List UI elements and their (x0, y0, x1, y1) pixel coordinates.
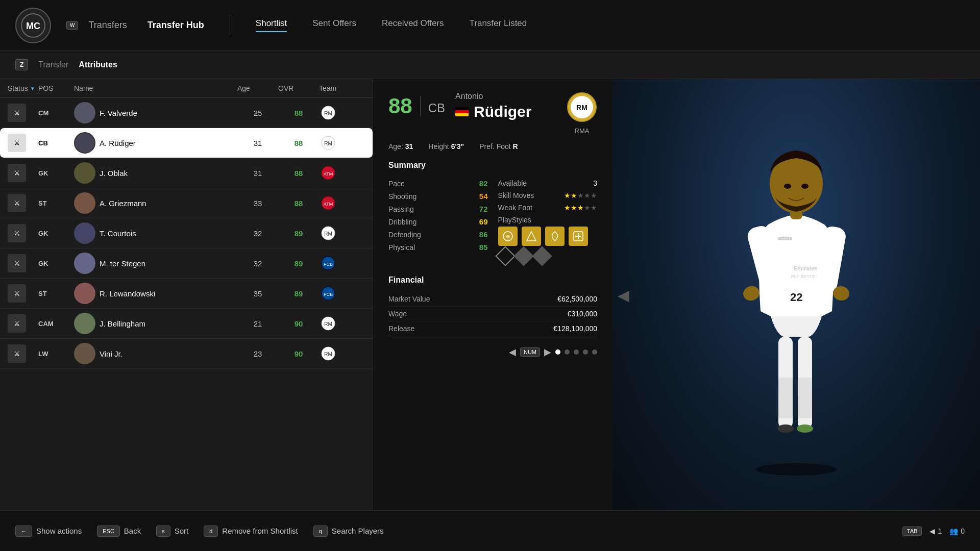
attributes-link[interactable]: Attributes (79, 60, 117, 69)
player-ovr: 88 (278, 109, 319, 117)
skill-moves-label: Skill Moves (498, 191, 534, 199)
player-name-cell: J. Oblak (74, 162, 237, 184)
search-players-action[interactable]: q Search Players (313, 525, 384, 537)
table-row[interactable]: ⚔ ST R. Lewandowski 35 89 FCB (0, 279, 373, 309)
table-row[interactable]: ⚔ GK T. Courtois 32 89 RM (0, 218, 373, 248)
detail-height: Height 6'3" (428, 142, 464, 151)
sort-label: Sort (175, 527, 189, 535)
svg-point-41 (742, 284, 761, 302)
financial-section: Financial Market Value €62,500,000 Wage … (388, 276, 597, 336)
nav-dot-2[interactable] (565, 349, 570, 355)
player-name: F. Valverde (100, 109, 137, 117)
playstyle-icon-4 (569, 227, 588, 246)
wage-row: Wage €310,000 (388, 307, 597, 321)
svg-text:ATM: ATM (324, 202, 333, 207)
player-avatar (74, 253, 95, 274)
w-button: W (66, 21, 78, 30)
remove-action[interactable]: d Remove from Shortlist (204, 525, 298, 537)
nav-transfers[interactable]: Transfers (88, 20, 127, 31)
player-pos: ST (38, 199, 74, 207)
back-action[interactable]: ESC Back (97, 525, 141, 537)
page-back-icon[interactable]: ◀ (929, 527, 935, 535)
detail-meta: Age: 31 Height 6'3" Pref. Foot R (388, 142, 597, 151)
table-row[interactable]: ⚔ GK J. Oblak 31 88 ATM (0, 158, 373, 188)
search-players-label: Search Players (332, 527, 384, 535)
release-val: €128,100,000 (553, 324, 597, 333)
tab-sent-offers[interactable]: Sent Offers (312, 18, 356, 32)
ovr-column-header: OVR (278, 84, 319, 92)
player-view-prev[interactable]: ◀ (618, 286, 629, 304)
stat-physical-label: Physical (388, 243, 415, 252)
team-badge: RM (319, 344, 337, 363)
market-value-row: Market Value €62,500,000 (388, 292, 597, 307)
player-pos: CAM (38, 320, 74, 328)
player-name: A. Rüdiger (100, 139, 136, 147)
available-label: Available (498, 179, 527, 187)
skill-moves-stars: ★★★★★ (564, 191, 597, 199)
player-name: T. Courtois (100, 229, 136, 238)
player-ovr: 88 (278, 199, 319, 208)
player-pos: LW (38, 350, 74, 358)
stat-pace-label: Pace (388, 180, 405, 188)
nav-transfer-hub[interactable]: Transfer Hub (148, 20, 204, 31)
player-pos: CB (38, 139, 74, 147)
subheader: Z Transfer Attributes (0, 51, 980, 79)
stat-passing-val: 72 (479, 205, 488, 213)
status-icon: ⚔ (8, 194, 26, 212)
nav-dot-5[interactable] (592, 349, 597, 355)
nav-prev-arrow[interactable]: ◀ (509, 346, 516, 358)
status-icon: ⚔ (8, 314, 26, 333)
player-3d-view: Emirates FLY BETTER 22 (612, 79, 980, 510)
stat-pace-row: Pace 82 Shooting 54 Passing 72 Dribbling… (388, 177, 488, 265)
remove-label: Remove from Shortlist (222, 527, 298, 535)
playstyle-icon-2 (522, 227, 541, 246)
team-badge: ATM (319, 164, 337, 182)
tab-shortlist[interactable]: Shortlist (256, 18, 287, 32)
release-label: Release (388, 324, 414, 333)
playstyles-icons: ⊕ (498, 227, 588, 246)
transfer-link[interactable]: Transfer (38, 60, 68, 69)
tab-transfer-listed[interactable]: Transfer Listed (470, 18, 527, 32)
player-name-cell: R. Lewandowski (74, 283, 237, 304)
nav-dot-3[interactable] (574, 349, 579, 355)
num-key: NUM (520, 347, 540, 357)
table-row[interactable]: ⚔ CM F. Valverde 25 88 RM (0, 98, 373, 128)
table-row[interactable]: ⚔ CB A. Rüdiger 31 88 RM (0, 128, 373, 158)
sort-action[interactable]: s Sort (156, 525, 188, 537)
show-actions-action[interactable]: ← Show actions (15, 525, 82, 537)
playstyles-label: PlayStyles (498, 216, 531, 224)
table-row[interactable]: ⚔ GK M. ter Stegen 32 89 FCB (0, 248, 373, 279)
name-column-header: Name (74, 84, 237, 92)
svg-text:RM: RM (324, 111, 332, 116)
svg-text:RM: RM (324, 231, 332, 237)
svg-point-29 (755, 463, 837, 475)
player-name: R. Lewandowski (100, 289, 155, 298)
d-key: d (204, 525, 218, 537)
detail-header: 88 CB Antonio Rüdiger RM RMA (388, 92, 597, 135)
nav-dot-4[interactable] (583, 349, 588, 355)
playstyle-icon-3 (545, 227, 565, 246)
nav-dot-1[interactable] (555, 349, 560, 355)
player-ovr: 89 (278, 229, 319, 238)
nav-links: Transfers Transfer Hub Shortlist Sent Of… (88, 15, 965, 36)
detail-age: Age: 31 (388, 142, 413, 151)
q-key: q (313, 525, 328, 537)
svg-text:Emirates: Emirates (794, 265, 817, 271)
available-val: 3 (593, 179, 597, 187)
tab-received-offers[interactable]: Received Offers (382, 18, 444, 32)
nav-next-arrow[interactable]: ▶ (544, 346, 551, 358)
detail-first-name: Antonio (455, 92, 567, 101)
table-row[interactable]: ⚔ ST A. Griezmann 33 88 ATM (0, 188, 373, 218)
player-3d-render: Emirates FLY BETTER 22 (709, 79, 883, 480)
stat-defending-label: Defending (388, 231, 421, 239)
team-badge: RM (319, 314, 337, 333)
table-row[interactable]: ⚔ LW Vini Jr. 23 90 RM (0, 339, 373, 369)
people-count: 0 (961, 527, 965, 535)
player-rows: ⚔ CM F. Valverde 25 88 RM ⚔ CB A. Rüdige… (0, 98, 373, 369)
status-icon: ⚔ (8, 284, 26, 303)
table-row[interactable]: ⚔ CAM J. Bellingham 21 90 RM (0, 309, 373, 339)
status-icon: ⚔ (8, 134, 26, 152)
header: MC W Transfers Transfer Hub Shortlist Se… (0, 0, 980, 51)
svg-text:FCB: FCB (324, 292, 333, 297)
nationality-flag (455, 107, 469, 116)
